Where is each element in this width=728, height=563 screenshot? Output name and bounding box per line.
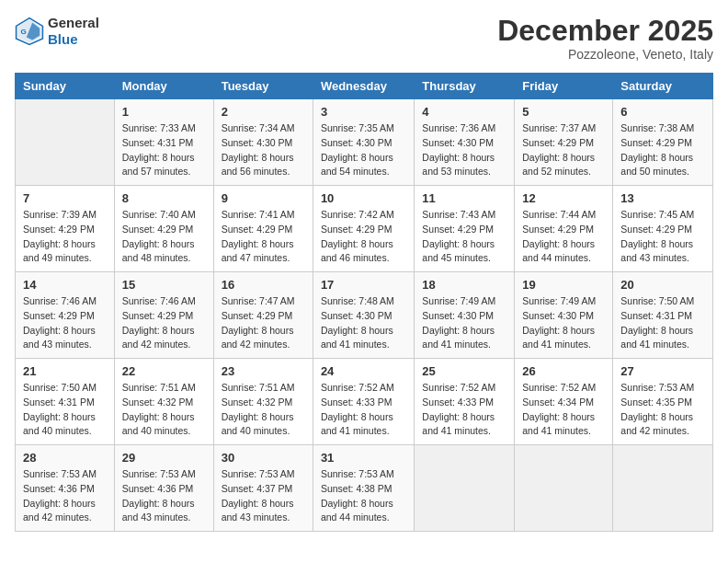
day-info: Sunrise: 7:39 AMSunset: 4:29 PMDaylight:… <box>23 208 107 266</box>
logo-text-line1: General <box>48 15 99 31</box>
day-info: Sunrise: 7:52 AMSunset: 4:34 PMDaylight:… <box>522 381 605 439</box>
day-info: Sunrise: 7:51 AMSunset: 4:32 PMDaylight:… <box>122 381 206 439</box>
day-number: 10 <box>321 191 406 205</box>
week-row-4: 21Sunrise: 7:50 AMSunset: 4:31 PMDayligh… <box>16 359 713 445</box>
day-cell: 15Sunrise: 7:46 AMSunset: 4:29 PMDayligh… <box>114 272 213 359</box>
day-cell: 19Sunrise: 7:49 AMSunset: 4:30 PMDayligh… <box>515 272 613 359</box>
logo-icon: G <box>15 17 44 46</box>
day-info: Sunrise: 7:45 AMSunset: 4:29 PMDaylight:… <box>620 208 705 266</box>
day-info: Sunrise: 7:36 AMSunset: 4:30 PMDaylight:… <box>422 121 506 179</box>
day-cell: 2Sunrise: 7:34 AMSunset: 4:30 PMDaylight… <box>213 99 313 186</box>
day-cell: 21Sunrise: 7:50 AMSunset: 4:31 PMDayligh… <box>16 359 115 445</box>
day-info: Sunrise: 7:46 AMSunset: 4:29 PMDaylight:… <box>122 294 206 352</box>
day-cell: 31Sunrise: 7:53 AMSunset: 4:38 PMDayligh… <box>313 445 414 532</box>
day-number: 14 <box>23 278 107 292</box>
day-number: 20 <box>620 278 705 292</box>
day-number: 16 <box>222 278 305 292</box>
day-cell: 23Sunrise: 7:51 AMSunset: 4:32 PMDayligh… <box>213 359 313 445</box>
day-number: 17 <box>321 278 406 292</box>
day-cell: 5Sunrise: 7:37 AMSunset: 4:29 PMDaylight… <box>515 99 613 186</box>
day-info: Sunrise: 7:41 AMSunset: 4:29 PMDaylight:… <box>222 208 305 266</box>
day-number: 18 <box>422 278 506 292</box>
day-cell <box>415 445 515 532</box>
day-cell <box>613 445 713 532</box>
day-number: 1 <box>122 105 206 119</box>
day-cell: 10Sunrise: 7:42 AMSunset: 4:29 PMDayligh… <box>313 186 414 272</box>
day-info: Sunrise: 7:46 AMSunset: 4:29 PMDaylight:… <box>23 294 107 352</box>
day-number: 2 <box>222 105 305 119</box>
day-info: Sunrise: 7:52 AMSunset: 4:33 PMDaylight:… <box>422 381 506 439</box>
day-info: Sunrise: 7:47 AMSunset: 4:29 PMDaylight:… <box>222 294 305 352</box>
day-cell: 9Sunrise: 7:41 AMSunset: 4:29 PMDaylight… <box>213 186 313 272</box>
day-info: Sunrise: 7:42 AMSunset: 4:29 PMDaylight:… <box>321 208 406 266</box>
day-info: Sunrise: 7:53 AMSunset: 4:37 PMDaylight:… <box>222 467 305 525</box>
day-cell: 25Sunrise: 7:52 AMSunset: 4:33 PMDayligh… <box>415 359 515 445</box>
day-cell: 24Sunrise: 7:52 AMSunset: 4:33 PMDayligh… <box>313 359 414 445</box>
day-info: Sunrise: 7:52 AMSunset: 4:33 PMDaylight:… <box>321 381 406 439</box>
day-number: 31 <box>321 451 406 465</box>
header-wednesday: Wednesday <box>313 74 414 99</box>
day-cell: 18Sunrise: 7:49 AMSunset: 4:30 PMDayligh… <box>415 272 515 359</box>
day-number: 21 <box>23 364 107 378</box>
day-info: Sunrise: 7:48 AMSunset: 4:30 PMDaylight:… <box>321 294 406 352</box>
day-cell: 22Sunrise: 7:51 AMSunset: 4:32 PMDayligh… <box>114 359 213 445</box>
day-number: 6 <box>620 105 705 119</box>
day-info: Sunrise: 7:37 AMSunset: 4:29 PMDaylight:… <box>522 121 605 179</box>
day-number: 11 <box>422 191 506 205</box>
day-cell: 11Sunrise: 7:43 AMSunset: 4:29 PMDayligh… <box>415 186 515 272</box>
day-cell: 3Sunrise: 7:35 AMSunset: 4:30 PMDaylight… <box>313 99 414 186</box>
day-info: Sunrise: 7:49 AMSunset: 4:30 PMDaylight:… <box>422 294 506 352</box>
header-tuesday: Tuesday <box>213 74 313 99</box>
day-info: Sunrise: 7:43 AMSunset: 4:29 PMDaylight:… <box>422 208 506 266</box>
day-info: Sunrise: 7:53 AMSunset: 4:36 PMDaylight:… <box>23 467 107 525</box>
day-number: 26 <box>522 364 605 378</box>
day-info: Sunrise: 7:53 AMSunset: 4:38 PMDaylight:… <box>321 467 406 525</box>
day-cell: 28Sunrise: 7:53 AMSunset: 4:36 PMDayligh… <box>16 445 115 532</box>
day-info: Sunrise: 7:38 AMSunset: 4:29 PMDaylight:… <box>620 121 705 179</box>
day-number: 3 <box>321 105 406 119</box>
day-number: 9 <box>222 191 305 205</box>
day-info: Sunrise: 7:53 AMSunset: 4:35 PMDaylight:… <box>620 381 705 439</box>
day-info: Sunrise: 7:50 AMSunset: 4:31 PMDaylight:… <box>23 381 107 439</box>
header-saturday: Saturday <box>613 74 713 99</box>
day-number: 15 <box>122 278 206 292</box>
header-sunday: Sunday <box>16 74 115 99</box>
calendar-header-row: SundayMondayTuesdayWednesdayThursdayFrid… <box>16 74 713 99</box>
day-cell: 12Sunrise: 7:44 AMSunset: 4:29 PMDayligh… <box>515 186 613 272</box>
day-cell: 14Sunrise: 7:46 AMSunset: 4:29 PMDayligh… <box>16 272 115 359</box>
day-cell: 13Sunrise: 7:45 AMSunset: 4:29 PMDayligh… <box>613 186 713 272</box>
day-info: Sunrise: 7:53 AMSunset: 4:36 PMDaylight:… <box>122 467 206 525</box>
day-number: 5 <box>522 105 605 119</box>
week-row-1: 1Sunrise: 7:33 AMSunset: 4:31 PMDaylight… <box>16 99 713 186</box>
week-row-2: 7Sunrise: 7:39 AMSunset: 4:29 PMDaylight… <box>16 186 713 272</box>
day-cell: 17Sunrise: 7:48 AMSunset: 4:30 PMDayligh… <box>313 272 414 359</box>
day-cell <box>16 99 115 186</box>
week-row-3: 14Sunrise: 7:46 AMSunset: 4:29 PMDayligh… <box>16 272 713 359</box>
day-number: 12 <box>522 191 605 205</box>
day-info: Sunrise: 7:51 AMSunset: 4:32 PMDaylight:… <box>222 381 305 439</box>
header-monday: Monday <box>114 74 213 99</box>
calendar-subtitle: Pozzoleone, Veneto, Italy <box>497 47 713 62</box>
day-cell: 8Sunrise: 7:40 AMSunset: 4:29 PMDaylight… <box>114 186 213 272</box>
day-info: Sunrise: 7:35 AMSunset: 4:30 PMDaylight:… <box>321 121 406 179</box>
day-cell: 4Sunrise: 7:36 AMSunset: 4:30 PMDaylight… <box>415 99 515 186</box>
page-header: G General Blue December 2025 Pozzoleone,… <box>15 15 713 62</box>
day-number: 25 <box>422 364 506 378</box>
day-number: 8 <box>122 191 206 205</box>
calendar-table: SundayMondayTuesdayWednesdayThursdayFrid… <box>15 73 713 532</box>
title-block: December 2025 Pozzoleone, Veneto, Italy <box>497 15 713 62</box>
day-cell: 26Sunrise: 7:52 AMSunset: 4:34 PMDayligh… <box>515 359 613 445</box>
day-info: Sunrise: 7:40 AMSunset: 4:29 PMDaylight:… <box>122 208 206 266</box>
day-cell: 16Sunrise: 7:47 AMSunset: 4:29 PMDayligh… <box>213 272 313 359</box>
day-number: 30 <box>222 451 305 465</box>
day-cell: 27Sunrise: 7:53 AMSunset: 4:35 PMDayligh… <box>613 359 713 445</box>
day-number: 22 <box>122 364 206 378</box>
day-number: 19 <box>522 278 605 292</box>
day-cell: 1Sunrise: 7:33 AMSunset: 4:31 PMDaylight… <box>114 99 213 186</box>
day-number: 24 <box>321 364 406 378</box>
logo: G General Blue <box>15 15 99 48</box>
day-number: 4 <box>422 105 506 119</box>
day-info: Sunrise: 7:50 AMSunset: 4:31 PMDaylight:… <box>620 294 705 352</box>
day-cell: 29Sunrise: 7:53 AMSunset: 4:36 PMDayligh… <box>114 445 213 532</box>
day-cell <box>515 445 613 532</box>
